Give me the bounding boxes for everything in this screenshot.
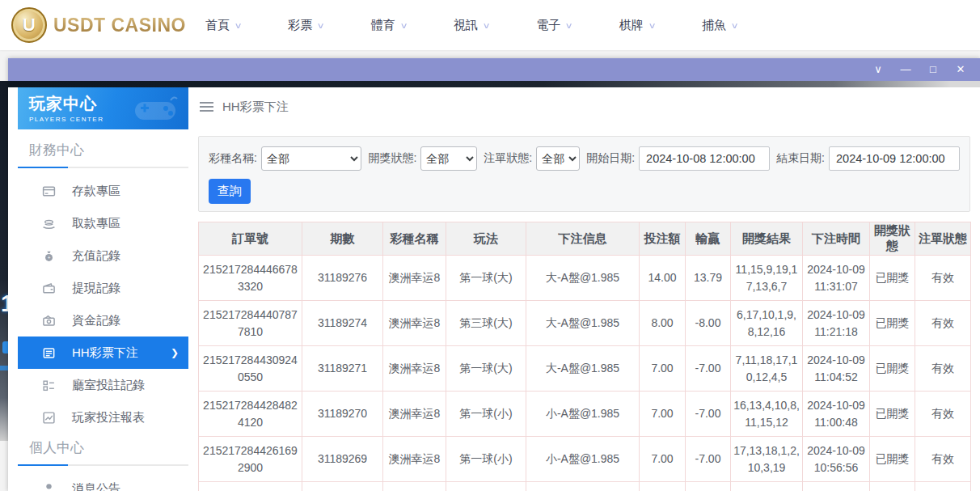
- window-content: 玩家中心 PLAYERS CENTER 財務中心 存款專區: [8, 81, 980, 491]
- start-date-label: 開始日期:: [586, 151, 635, 166]
- nav-label: 捕魚: [702, 18, 726, 33]
- breadcrumb: HH彩票下注: [188, 87, 980, 126]
- table-cell: 2024-10-09 10:56:56: [803, 437, 870, 482]
- draw-status-select[interactable]: 全部: [420, 146, 477, 171]
- nav-item-fishing[interactable]: 捕魚∨: [702, 18, 737, 33]
- sidebar-item-label: 存款專區: [72, 184, 120, 199]
- lottery-list-icon: [42, 346, 56, 360]
- chevron-down-icon[interactable]: ∨: [870, 58, 886, 81]
- table-cell: -7.00: [686, 392, 731, 437]
- table-cell: 有效: [915, 437, 971, 482]
- nav-label: 首頁: [205, 18, 230, 33]
- section-divider: [18, 464, 188, 466]
- table-cell: 14.00: [640, 256, 686, 301]
- nav-label: 棋牌: [619, 18, 644, 33]
- table-cell: 澳洲幸运8: [383, 256, 446, 301]
- table-cell: 小-A盤@1.985: [526, 437, 640, 482]
- chevron-down-icon: ∨: [399, 21, 408, 30]
- lottery-name-select[interactable]: 全部: [261, 146, 362, 171]
- end-date-label: 結束日期:: [776, 151, 825, 166]
- sidebar-item-recharge-record[interactable]: + 充值記錄: [18, 239, 188, 272]
- table-cell: 第一球(大): [446, 256, 526, 301]
- chevron-down-icon: ∨: [234, 21, 243, 30]
- sidebar-item-announcements[interactable]: 消息公告: [18, 472, 188, 491]
- deposit-card-icon: [42, 184, 56, 198]
- withdraw-hand-icon: [42, 217, 56, 231]
- nav-item-slots[interactable]: 電子∨: [536, 18, 572, 33]
- table-cell: 澳洲幸运8: [383, 392, 446, 437]
- maximize-icon[interactable]: □: [925, 58, 941, 81]
- table-cell: 31189271: [302, 346, 383, 392]
- column-header: 開獎結果: [731, 222, 803, 256]
- column-header: 輸贏: [686, 222, 731, 256]
- sidebar-item-player-bet-report[interactable]: 玩家投注報表: [18, 401, 188, 434]
- table-cell: [640, 482, 686, 491]
- table-cell: 澳洲幸运8: [383, 301, 446, 346]
- bets-table: 訂單號期數彩種名稱玩法下注信息投注額輸贏開獎結果下注時間開獎狀態注單狀態2152…: [198, 222, 971, 491]
- table-cell: 有效: [915, 346, 971, 392]
- table-row-partial: [199, 482, 971, 491]
- chevron-down-icon: ∨: [565, 21, 573, 30]
- order-status-select[interactable]: 全部: [536, 146, 580, 171]
- table-cell: 小-A盤@1.985: [526, 392, 640, 437]
- close-icon[interactable]: ✕: [953, 58, 969, 81]
- table-cell: 2152172844261692900: [199, 437, 302, 482]
- table-cell: [803, 482, 870, 491]
- section-divider: [18, 167, 188, 168]
- table-row: 215217284428482412031189270澳洲幸运8第一球(小)小-…: [199, 392, 971, 437]
- column-header: 開獎狀態: [870, 222, 915, 256]
- announcement-icon: [42, 482, 56, 491]
- nav-label: 彩票: [288, 18, 312, 33]
- nav-item-lottery[interactable]: 彩票∨: [288, 18, 323, 33]
- table-cell: 大-A盤@1.985: [526, 301, 640, 346]
- sidebar-section-personal: 個人中心 消息公告: [18, 434, 188, 491]
- table-cell: 8.00: [640, 301, 686, 346]
- nav-item-sports[interactable]: 體育∨: [371, 18, 407, 33]
- table-header-row: 訂單號期數彩種名稱玩法下注信息投注額輸贏開獎結果下注時間開獎狀態注單狀態: [199, 222, 971, 256]
- sidebar-item-hh-lottery-bets[interactable]: HH彩票下注 ❯: [18, 337, 188, 369]
- coin-logo-icon: U: [11, 7, 47, 43]
- table-cell: 2024-10-09 11:21:18: [803, 301, 870, 346]
- sidebar-item-withdraw[interactable]: 取款專區: [18, 207, 188, 239]
- table-cell: 7,11,18,17,10,12,4,5: [731, 346, 803, 392]
- chevron-right-icon: ❯: [171, 347, 179, 358]
- svg-text:+: +: [48, 254, 51, 260]
- main-panel: HH彩票下注 彩種名稱: 全部 開獎狀態: 全部 注單狀態: 全部 開始日期: …: [188, 87, 980, 491]
- table-cell: 有效: [915, 256, 971, 301]
- nav-item-live-video[interactable]: 視訊∨: [454, 18, 489, 33]
- hamburger-menu-icon[interactable]: [200, 99, 213, 114]
- table-row: 215217284426169290031189269澳洲幸运8第一球(小)小-…: [199, 437, 971, 482]
- table-cell: [915, 482, 971, 491]
- nav-item-board-games[interactable]: 棋牌∨: [619, 18, 655, 33]
- brand-name: USDT CASINO: [53, 15, 186, 36]
- usdt-casino-logo[interactable]: U USDT CASINO: [11, 7, 205, 43]
- wallet-icon: [42, 281, 56, 295]
- table-cell: -7.00: [686, 437, 731, 482]
- funds-icon: [42, 314, 56, 328]
- minimize-icon[interactable]: —: [898, 58, 914, 81]
- start-date-input[interactable]: [639, 146, 770, 171]
- sidebar-header: 玩家中心 PLAYERS CENTER: [18, 87, 188, 129]
- end-date-input[interactable]: [829, 146, 960, 171]
- sidebar-item-label: 消息公告: [72, 481, 120, 491]
- column-header: 訂單號: [199, 222, 302, 256]
- table-cell: [526, 482, 640, 491]
- sidebar-item-funds-record[interactable]: 資金記錄: [18, 304, 188, 337]
- table-cell: 已開獎: [870, 301, 915, 346]
- table-cell: 第一球(大): [446, 346, 526, 392]
- table-cell: 7.00: [640, 392, 686, 437]
- sidebar-item-room-bet-record[interactable]: 消息公告 廳室投註記錄: [18, 369, 188, 401]
- sidebar-item-withdrawal-record[interactable]: 提現記錄: [18, 272, 188, 304]
- nav-item-home[interactable]: 首頁∨: [205, 18, 241, 33]
- table-cell: 2152172844407877810: [199, 301, 302, 346]
- chevron-down-icon: ∨: [483, 21, 491, 30]
- column-header: 投注額: [640, 222, 686, 256]
- sidebar: 玩家中心 PLAYERS CENTER 財務中心 存款專區: [18, 87, 188, 491]
- table-cell: 已開獎: [870, 256, 915, 301]
- column-header: 注單狀態: [915, 222, 971, 256]
- search-button[interactable]: 查詢: [209, 179, 251, 204]
- column-header: 下注信息: [526, 222, 640, 256]
- sidebar-item-deposit[interactable]: 存款專區: [18, 175, 188, 207]
- table-cell: [446, 482, 526, 491]
- backdrop-top-strip: [8, 81, 980, 87]
